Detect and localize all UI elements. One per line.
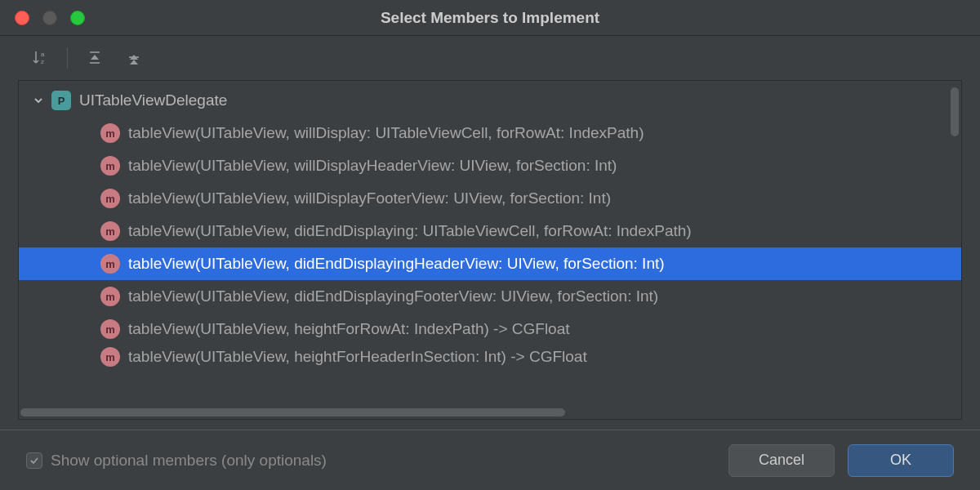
method-badge-icon: m	[100, 287, 120, 306]
collapse-all-button[interactable]	[123, 47, 145, 69]
tree-protocol-row[interactable]: P UITableViewDelegate	[19, 84, 961, 117]
member-label: tableView(UITableView, didEndDisplaying:…	[128, 222, 692, 240]
member-label: tableView(UITableView, heightForHeaderIn…	[128, 348, 587, 366]
method-badge-icon: m	[100, 347, 120, 367]
minimize-window-button[interactable]	[42, 11, 57, 25]
member-label: tableView(UITableView, didEndDisplayingF…	[128, 287, 658, 305]
svg-text:a: a	[41, 51, 45, 58]
show-optionals-label: Show optional members (only optionals)	[51, 452, 327, 470]
member-label: tableView(UITableView, willDisplay: UITa…	[128, 124, 644, 142]
method-badge-icon: m	[100, 123, 120, 143]
tree-member-row[interactable]: m tableView(UITableView, willDisplay: UI…	[19, 117, 961, 149]
horizontal-scrollbar[interactable]	[19, 406, 961, 419]
cancel-button[interactable]: Cancel	[728, 444, 835, 477]
method-badge-icon: m	[100, 319, 120, 339]
tree-member-row[interactable]: m tableView(UITableView, didEndDisplayin…	[19, 215, 961, 247]
expand-all-button[interactable]	[84, 47, 105, 69]
ok-button[interactable]: OK	[848, 444, 954, 477]
members-tree-container: P UITableViewDelegate m tableView(UITabl…	[18, 80, 962, 420]
tree-member-row[interactable]: m tableView(UITableView, willDisplayFoot…	[19, 182, 961, 215]
protocol-badge-icon: P	[51, 91, 71, 110]
tree-member-row[interactable]: m tableView(UITableView, heightForRowAt:…	[19, 313, 961, 345]
window-title: Select Members to Implement	[381, 9, 599, 27]
chevron-down-icon[interactable]	[30, 96, 47, 105]
member-label: tableView(UITableView, willDisplayFooter…	[128, 189, 611, 207]
tree-member-row-selected[interactable]: m tableView(UITableView, didEndDisplayin…	[19, 247, 961, 280]
method-badge-icon: m	[100, 189, 120, 208]
tree-member-row[interactable]: m tableView(UITableView, willDisplayHead…	[19, 149, 961, 182]
member-label: tableView(UITableView, didEndDisplayingH…	[128, 255, 665, 273]
member-label: tableView(UITableView, willDisplayHeader…	[128, 157, 617, 175]
traffic-lights	[15, 11, 85, 25]
protocol-name-label: UITableViewDelegate	[79, 91, 227, 109]
close-window-button[interactable]	[15, 11, 29, 25]
ok-button-label: OK	[890, 452, 911, 469]
method-badge-icon: m	[100, 254, 120, 274]
member-label: tableView(UITableView, heightForRowAt: I…	[128, 320, 570, 338]
show-optionals-checkbox[interactable]	[26, 452, 42, 469]
members-tree: P UITableViewDelegate m tableView(UITabl…	[19, 81, 961, 368]
svg-text:z: z	[41, 58, 44, 65]
toolbar-separator	[67, 47, 68, 69]
method-badge-icon: m	[100, 156, 120, 176]
zoom-window-button[interactable]	[70, 11, 85, 25]
sort-az-button[interactable]: a z	[29, 47, 51, 69]
dialog-footer: Show optional members (only optionals) C…	[0, 430, 980, 490]
horizontal-scrollbar-thumb[interactable]	[20, 408, 565, 416]
members-tree-scroll[interactable]: P UITableViewDelegate m tableView(UITabl…	[19, 81, 961, 406]
method-badge-icon: m	[100, 221, 120, 241]
tree-member-row[interactable]: m tableView(UITableView, didEndDisplayin…	[19, 280, 961, 313]
titlebar: Select Members to Implement	[0, 0, 980, 36]
show-optionals-checkbox-wrap[interactable]: Show optional members (only optionals)	[26, 452, 327, 470]
vertical-scrollbar-thumb[interactable]	[951, 87, 959, 136]
toolbar: a z	[0, 36, 980, 80]
cancel-button-label: Cancel	[759, 452, 804, 469]
tree-member-row[interactable]: m tableView(UITableView, heightForHeader…	[19, 345, 961, 368]
